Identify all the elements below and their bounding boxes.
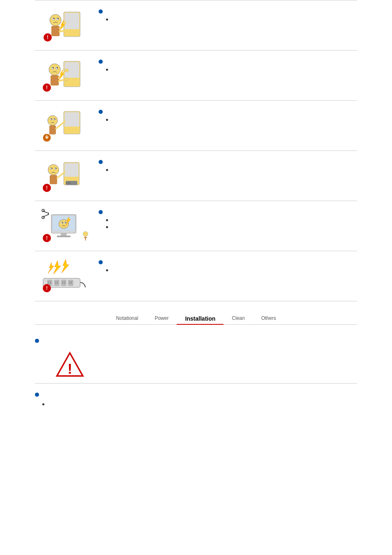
cartoon-shock1-icon: ! xyxy=(41,8,88,43)
cartoon-ground-icon xyxy=(41,108,88,143)
heading-row-4 xyxy=(99,158,357,164)
svg-point-5 xyxy=(53,18,55,19)
svg-point-6 xyxy=(58,18,59,19)
svg-rect-7 xyxy=(51,26,60,36)
bullet-row-3 xyxy=(99,116,357,121)
svg-point-17 xyxy=(53,67,54,69)
bullet-dot-5 xyxy=(106,219,108,221)
blue-dot-3 xyxy=(99,110,103,114)
svg-rect-1 xyxy=(65,13,79,29)
cartoon-power-icon: ! xyxy=(41,259,88,294)
nav-section: Notational Power Installation Clean Othe… xyxy=(35,301,357,418)
blue-dot-6 xyxy=(99,260,103,264)
svg-point-18 xyxy=(57,67,58,69)
icon-col-1: ! xyxy=(35,8,95,43)
cartoon-shock2-icon: ! xyxy=(41,58,88,93)
tab-power[interactable]: Power xyxy=(146,314,177,323)
bottom-heading-row xyxy=(35,337,357,343)
text-col-6 xyxy=(95,259,357,271)
bullet-dot-2 xyxy=(106,69,108,71)
svg-text:!: ! xyxy=(46,85,48,90)
text-col-1 xyxy=(95,8,357,21)
bullet-dot-4 xyxy=(106,169,108,171)
bottom-bullet-dot xyxy=(42,403,44,405)
svg-text:!: ! xyxy=(47,35,48,40)
page-container: ! xyxy=(0,0,392,418)
svg-rect-47 xyxy=(50,175,57,184)
svg-point-22 xyxy=(65,69,69,72)
svg-point-28 xyxy=(48,116,58,125)
text-col-2 xyxy=(95,58,357,71)
svg-rect-41 xyxy=(65,163,78,177)
svg-point-68 xyxy=(83,231,88,236)
svg-point-45 xyxy=(51,168,52,169)
blue-dot-1 xyxy=(99,9,103,14)
heading-row-1 xyxy=(99,8,357,14)
safety-row-5: ! xyxy=(35,201,357,251)
svg-rect-33 xyxy=(49,125,56,134)
bottom-row-heading xyxy=(35,391,357,397)
safety-row-6: ! xyxy=(35,251,357,301)
bullet-dot-5b xyxy=(106,226,108,228)
safety-row-4: ! xyxy=(35,150,357,201)
bullet-dot-3 xyxy=(106,119,108,121)
tab-installation[interactable]: Installation xyxy=(177,314,224,325)
safety-row-2: ! xyxy=(35,50,357,100)
bottom-blue-dot xyxy=(35,339,39,343)
svg-point-31 xyxy=(51,118,52,119)
svg-point-32 xyxy=(54,118,55,119)
svg-rect-58 xyxy=(57,236,71,237)
tab-clean[interactable]: Clean xyxy=(224,314,253,323)
svg-rect-19 xyxy=(51,75,59,86)
blue-dot-5 xyxy=(99,210,103,214)
bullet-row-2 xyxy=(99,66,357,71)
bullet-row-5 xyxy=(99,217,357,221)
bottom-section: ! xyxy=(35,333,357,409)
safety-row-1: ! xyxy=(35,0,357,50)
svg-point-62 xyxy=(62,222,63,223)
bottom-row-bullet xyxy=(35,401,357,405)
nav-tabs: Notational Power Installation Clean Othe… xyxy=(35,314,357,325)
svg-point-42 xyxy=(48,164,59,175)
text-col-4 xyxy=(95,158,357,171)
warning-triangle-icon: ! xyxy=(55,351,84,378)
bullet-dot-1 xyxy=(106,18,108,21)
cartoon-monitor-icon: ! xyxy=(41,208,88,243)
icon-col-5: ! xyxy=(35,208,95,243)
bottom-row-blue-dot xyxy=(35,393,39,397)
bullet-row-5b xyxy=(99,224,357,228)
svg-rect-73 xyxy=(54,280,59,286)
safety-row-3 xyxy=(35,100,357,150)
text-col-5 xyxy=(95,208,357,228)
heading-row-5 xyxy=(99,208,357,214)
icon-col-6: ! xyxy=(35,259,95,294)
svg-point-2 xyxy=(50,14,61,26)
blue-dot-4 xyxy=(99,160,103,164)
svg-rect-74 xyxy=(61,280,66,286)
safety-rows-list: ! xyxy=(35,0,357,301)
svg-point-23 xyxy=(65,78,69,81)
svg-point-59 xyxy=(59,220,69,229)
svg-text:!: ! xyxy=(46,185,48,191)
tab-others[interactable]: Others xyxy=(253,314,284,323)
text-col-3 xyxy=(95,108,357,121)
bullet-row-1 xyxy=(99,16,357,21)
svg-rect-49 xyxy=(66,181,77,185)
tab-notational[interactable]: Notational xyxy=(108,314,146,323)
heading-row-6 xyxy=(99,259,357,264)
heading-row-3 xyxy=(99,108,357,114)
svg-text:!: ! xyxy=(67,361,72,377)
heading-row-2 xyxy=(99,58,357,64)
bottom-row xyxy=(35,383,357,409)
icon-col-3 xyxy=(35,108,95,143)
icon-col-4: ! xyxy=(35,158,95,193)
bullet-row-4 xyxy=(99,166,357,171)
svg-point-63 xyxy=(65,222,66,223)
svg-point-14 xyxy=(49,64,60,75)
svg-text:!: ! xyxy=(46,235,48,241)
blue-dot-2 xyxy=(99,60,103,64)
svg-rect-75 xyxy=(68,280,73,286)
svg-rect-27 xyxy=(65,112,79,127)
svg-point-46 xyxy=(55,168,56,169)
cartoon-shock3-icon: ! xyxy=(41,158,88,193)
